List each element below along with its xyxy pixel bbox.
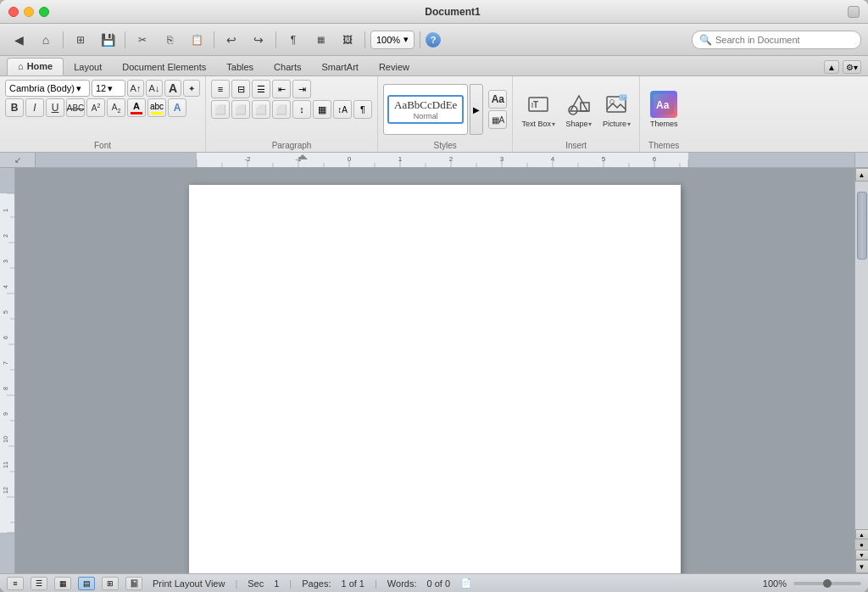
zoom-handle[interactable] bbox=[823, 579, 832, 588]
styles-gallery-arrow[interactable]: ▶ bbox=[470, 84, 483, 135]
redo-button[interactable]: ↪ bbox=[247, 29, 270, 51]
themes-group-label: Themes bbox=[645, 139, 683, 150]
strikethrough-button[interactable]: ABC bbox=[66, 98, 85, 117]
svg-text:1: 1 bbox=[398, 155, 403, 163]
view-outline-button[interactable]: ≡ bbox=[7, 577, 24, 590]
image-button[interactable]: 🖼 bbox=[336, 29, 359, 51]
paragraph-row-2: ⬜ ⬜ ⬜ ⬜ ↕ ▦ ↕A ¶ bbox=[211, 100, 372, 119]
copy-button[interactable]: ⎘ bbox=[158, 29, 181, 51]
tab-document-elements[interactable]: Document Elements bbox=[112, 59, 216, 75]
text-effects-button[interactable]: A bbox=[168, 98, 186, 117]
window-resize-button[interactable] bbox=[848, 6, 860, 18]
svg-rect-46 bbox=[0, 168, 15, 193]
styles-pane-button[interactable]: ▦A bbox=[488, 110, 507, 129]
cut-button[interactable]: ✂ bbox=[131, 29, 154, 51]
indent-decrease-button[interactable]: ⇤ bbox=[272, 80, 291, 98]
underline-button[interactable]: U bbox=[46, 98, 64, 117]
italic-button[interactable]: I bbox=[25, 98, 44, 117]
indent-increase-button[interactable]: ⇥ bbox=[292, 80, 311, 98]
svg-marker-3 bbox=[570, 96, 587, 111]
back-button[interactable]: ◀ bbox=[7, 29, 31, 51]
tab-home[interactable]: ⌂ Home bbox=[7, 58, 64, 75]
svg-text:2: 2 bbox=[3, 234, 8, 237]
font-size-decrease-button[interactable]: A↓ bbox=[146, 80, 163, 97]
help-button[interactable]: ? bbox=[426, 32, 441, 47]
subscript-button[interactable]: A2 bbox=[107, 98, 125, 117]
format-button[interactable]: ¶ bbox=[281, 29, 305, 51]
font-size-large-button[interactable]: A bbox=[164, 80, 181, 97]
themes-group-content: Aa Themes bbox=[645, 80, 683, 139]
font-size-increase-button[interactable]: A↑ bbox=[127, 80, 144, 97]
multilevel-list-button[interactable]: ☰ bbox=[252, 80, 270, 98]
align-right-button[interactable]: ⬜ bbox=[252, 100, 270, 119]
maximize-button[interactable] bbox=[39, 7, 49, 17]
zoom-slider[interactable] bbox=[793, 582, 861, 585]
gallery-button[interactable]: ▦ bbox=[309, 29, 332, 51]
shape-insert-item[interactable]: Shape ▾ bbox=[562, 89, 596, 130]
text-effects-aa-button[interactable]: Aa bbox=[488, 90, 507, 109]
svg-rect-48 bbox=[0, 533, 15, 573]
scroll-prev-page-button[interactable]: ▲ bbox=[855, 529, 869, 539]
align-justify-button[interactable]: ⬜ bbox=[272, 100, 291, 119]
scrollbar-thumb[interactable] bbox=[857, 192, 867, 260]
picture-insert-item[interactable]: Aa Picture ▾ bbox=[599, 89, 634, 130]
scroll-dot-button[interactable]: ● bbox=[855, 539, 869, 550]
textbox-insert-item[interactable]: T Text Box ▾ bbox=[518, 89, 559, 130]
document-status-icon[interactable]: 📄 bbox=[460, 578, 472, 589]
line-spacing-button[interactable]: ↕ bbox=[292, 100, 311, 119]
ruler-corner[interactable]: ↙ bbox=[0, 153, 36, 168]
search-input[interactable] bbox=[715, 35, 851, 45]
document-canvas[interactable] bbox=[15, 168, 854, 573]
align-center-button[interactable]: ⬜ bbox=[231, 100, 250, 119]
undo-button[interactable]: ↩ bbox=[220, 29, 243, 51]
status-sep-3: | bbox=[375, 578, 377, 589]
tab-smartart[interactable]: SmartArt bbox=[312, 59, 369, 75]
scroll-down-button[interactable]: ▼ bbox=[855, 560, 869, 573]
paste-button[interactable]: 📋 bbox=[185, 29, 209, 51]
search-box[interactable]: 🔍 bbox=[692, 31, 861, 49]
font-size-dropdown[interactable]: 12 ▾ bbox=[92, 80, 125, 97]
home-toolbar-button[interactable]: ⌂ bbox=[34, 29, 58, 51]
view-print-layout-button[interactable]: ▤ bbox=[78, 577, 95, 590]
horizontal-ruler[interactable]: -2 -1 0 1 2 3 4 5 6 bbox=[36, 153, 854, 168]
show-paragraph-button[interactable]: ¶ bbox=[353, 100, 372, 119]
columns-button[interactable]: ▦ bbox=[313, 100, 331, 119]
close-button[interactable] bbox=[8, 7, 19, 17]
separator bbox=[364, 31, 365, 48]
themes-item[interactable]: Aa Themes bbox=[645, 89, 683, 130]
window-title: Document1 bbox=[58, 6, 848, 18]
document-page[interactable] bbox=[189, 185, 681, 573]
normal-style-item[interactable]: AaBbCcDdEe Normal bbox=[387, 95, 464, 124]
new-button[interactable]: ⊞ bbox=[69, 29, 92, 51]
view-web-button[interactable]: ⊞ bbox=[102, 577, 119, 590]
highlight-button[interactable]: abc bbox=[147, 98, 166, 117]
font-family-dropdown[interactable]: Cambria (Body) ▾ bbox=[5, 80, 90, 97]
zoom-value: 100% bbox=[376, 35, 400, 45]
tab-review[interactable]: Review bbox=[369, 59, 420, 75]
zoom-percent: 100% bbox=[763, 578, 787, 589]
save-button[interactable]: 💾 bbox=[96, 29, 120, 51]
ribbon-collapse-button[interactable]: ▲ bbox=[824, 60, 839, 74]
scroll-up-button[interactable]: ▲ bbox=[855, 168, 869, 182]
view-grid-button[interactable]: ▦ bbox=[54, 577, 71, 590]
ribbon-options-button[interactable]: ⚙▾ bbox=[843, 60, 861, 74]
align-left-button[interactable]: ⬜ bbox=[211, 100, 230, 119]
zoom-dropdown[interactable]: 100% ▾ bbox=[370, 31, 415, 49]
clear-formatting-button[interactable]: ✦ bbox=[183, 80, 200, 97]
superscript-button[interactable]: A2 bbox=[86, 98, 105, 117]
minimize-button[interactable] bbox=[24, 7, 34, 17]
tab-charts[interactable]: Charts bbox=[264, 59, 311, 75]
tab-tables[interactable]: Tables bbox=[216, 59, 264, 75]
view-list-button[interactable]: ☰ bbox=[31, 577, 47, 590]
ordered-list-button[interactable]: ⊟ bbox=[231, 80, 250, 98]
scroll-next-page-button[interactable]: ▼ bbox=[855, 550, 869, 560]
unordered-list-button[interactable]: ≡ bbox=[211, 80, 230, 98]
font-color-button[interactable]: A bbox=[127, 98, 146, 117]
view-notebook-button[interactable]: 📓 bbox=[125, 577, 142, 590]
bold-button[interactable]: B bbox=[5, 98, 24, 117]
font-size-value: 12 bbox=[96, 83, 106, 93]
scroll-nav-buttons: ▲ ● ▼ bbox=[855, 529, 869, 560]
sort-button[interactable]: ↕A bbox=[333, 100, 352, 119]
scrollbar-track[interactable] bbox=[855, 182, 869, 529]
tab-layout[interactable]: Layout bbox=[64, 59, 112, 75]
